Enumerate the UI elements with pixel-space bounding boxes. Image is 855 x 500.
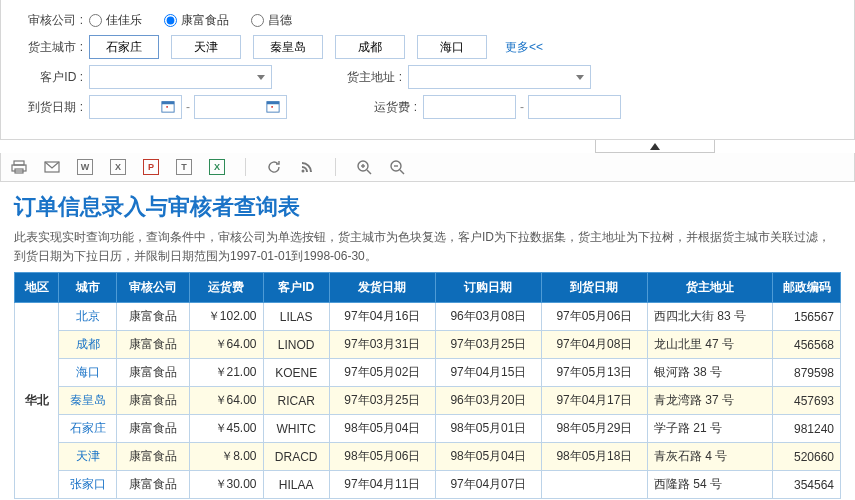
table-cell: 97年04月15日 (435, 359, 541, 387)
customer-select[interactable] (89, 65, 272, 89)
table-cell: 97年03月25日 (435, 331, 541, 359)
table-cell: 97年05月06日 (541, 303, 647, 331)
svg-rect-1 (162, 101, 174, 104)
print-icon[interactable] (11, 159, 27, 175)
data-table: 地区城市审核公司运货费客户ID发货日期订购日期到货日期货主地址邮政编码 华北北京… (14, 272, 841, 499)
table-row: 石家庄康富食品￥45.00WHITC98年05月04日98年05月01日98年0… (15, 415, 841, 443)
collapse-toggle[interactable] (595, 140, 715, 153)
table-cell: 97年04月07日 (435, 471, 541, 499)
table-row: 秦皇岛康富食品￥64.00RICAR97年03月25日96年03月20日97年0… (15, 387, 841, 415)
address-select[interactable] (408, 65, 591, 89)
city-btn-1[interactable]: 天津 (171, 35, 241, 59)
city-btn-4[interactable]: 海口 (417, 35, 487, 59)
table-cell: 海口 (59, 359, 117, 387)
radio-jjl-input[interactable] (89, 14, 102, 27)
table-cell: 97年04月17日 (541, 387, 647, 415)
radio-kfsp-input[interactable] (164, 14, 177, 27)
company-radio-jjl[interactable]: 佳佳乐 (89, 12, 142, 29)
mail-icon[interactable] (44, 159, 60, 175)
table-cell: 石家庄 (59, 415, 117, 443)
table-row: 天津康富食品￥8.00DRACD98年05月06日98年05月04日98年05月… (15, 443, 841, 471)
table-cell: ￥64.00 (190, 387, 263, 415)
table-header: 审核公司 (117, 273, 190, 303)
table-cell: 981240 (773, 415, 841, 443)
table-row: 华北北京康富食品￥102.00LILAS97年04月16日96年03月08日97… (15, 303, 841, 331)
svg-point-10 (302, 170, 305, 173)
table-cell: 康富食品 (117, 303, 190, 331)
zoom-out-icon[interactable] (389, 159, 405, 175)
svg-rect-5 (271, 106, 273, 108)
table-cell: 康富食品 (117, 443, 190, 471)
customer-label: 客户ID : (11, 69, 89, 86)
company-label: 审核公司 : (11, 12, 89, 29)
table-header: 邮政编码 (773, 273, 841, 303)
arrival-label: 到货日期 : (11, 99, 89, 116)
report-area: 订单信息录入与审核者查询表 此表实现实时查询功能，查询条件中，审核公司为单选按钮… (0, 182, 855, 500)
table-cell: 879598 (773, 359, 841, 387)
table-cell: 457693 (773, 387, 841, 415)
toolbar-divider (335, 158, 336, 176)
calendar-icon (266, 99, 280, 116)
freight-from-input[interactable] (423, 95, 516, 119)
city-btn-3[interactable]: 成都 (335, 35, 405, 59)
table-header: 客户ID (263, 273, 329, 303)
report-desc: 此表实现实时查询功能，查询条件中，审核公司为单选按钮，货主城市为色块复选，客户I… (14, 228, 841, 266)
city-btn-2[interactable]: 秦皇岛 (253, 35, 323, 59)
export-word-icon[interactable]: W (77, 159, 93, 175)
arrival-date-from[interactable] (89, 95, 182, 119)
table-cell: 354564 (773, 471, 841, 499)
radio-cd-input[interactable] (251, 14, 264, 27)
table-cell: RICAR (263, 387, 329, 415)
company-radio-cd[interactable]: 昌德 (251, 12, 292, 29)
export-txt-icon[interactable]: T (176, 159, 192, 175)
collapse-tab-row (0, 140, 855, 153)
table-cell: HILAA (263, 471, 329, 499)
table-cell: 97年05月13日 (541, 359, 647, 387)
calendar-icon (161, 99, 175, 116)
table-cell: 西四北大街 83 号 (647, 303, 772, 331)
table-cell: ￥8.00 (190, 443, 263, 471)
table-header: 订购日期 (435, 273, 541, 303)
table-cell: 98年05月18日 (541, 443, 647, 471)
freight-label: 运货费 : (349, 99, 423, 116)
region-cell: 华北 (15, 303, 59, 499)
svg-line-12 (367, 170, 371, 174)
table-cell: WHITC (263, 415, 329, 443)
more-cities-link[interactable]: 更多<< (505, 39, 543, 56)
table-cell (541, 471, 647, 499)
table-cell: 康富食品 (117, 387, 190, 415)
table-cell: LILAS (263, 303, 329, 331)
table-header: 运货费 (190, 273, 263, 303)
table-cell: 97年04月16日 (329, 303, 435, 331)
arrival-date-to[interactable] (194, 95, 287, 119)
table-cell: 97年03月31日 (329, 331, 435, 359)
table-cell: ￥64.00 (190, 331, 263, 359)
zoom-in-icon[interactable] (356, 159, 372, 175)
toolbar: W X P T X (0, 153, 855, 182)
table-cell: 张家口 (59, 471, 117, 499)
city-btn-0[interactable]: 石家庄 (89, 35, 159, 59)
table-cell: 456568 (773, 331, 841, 359)
table-cell: 97年05月02日 (329, 359, 435, 387)
table-cell: 康富食品 (117, 331, 190, 359)
table-cell: 银河路 38 号 (647, 359, 772, 387)
table-cell: 97年04月11日 (329, 471, 435, 499)
freight-to-input[interactable] (528, 95, 621, 119)
refresh-icon[interactable] (266, 159, 282, 175)
table-cell: 96年03月08日 (435, 303, 541, 331)
table-header: 到货日期 (541, 273, 647, 303)
table-cell: 天津 (59, 443, 117, 471)
table-cell: 98年05月06日 (329, 443, 435, 471)
export-excel-icon[interactable]: X (110, 159, 126, 175)
export-pdf-icon[interactable]: P (143, 159, 159, 175)
table-cell: 北京 (59, 303, 117, 331)
chevron-down-icon (576, 75, 584, 80)
table-cell: 97年03月25日 (329, 387, 435, 415)
export-xls-grid-icon[interactable]: X (209, 159, 225, 175)
filter-panel: 审核公司 : 佳佳乐 康富食品 昌德 货主城市 : 石家庄 天津 秦皇岛 成都 … (0, 0, 855, 140)
table-cell: KOENE (263, 359, 329, 387)
company-radio-kfsp[interactable]: 康富食品 (164, 12, 229, 29)
table-cell: 156567 (773, 303, 841, 331)
toolbar-divider (245, 158, 246, 176)
rss-icon[interactable] (299, 159, 315, 175)
